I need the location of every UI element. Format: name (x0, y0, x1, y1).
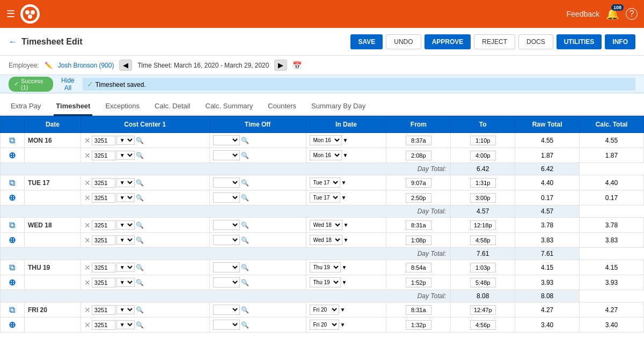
remove-row-icon[interactable]: ✕ (84, 263, 91, 272)
docs-button[interactable]: DOCS (518, 34, 553, 49)
in-date-select[interactable]: Tue 17 (310, 193, 340, 203)
cost-center-search-icon[interactable]: 🔍 (136, 137, 144, 144)
time-off-select[interactable] (213, 277, 240, 287)
cost-center-input[interactable] (92, 263, 115, 272)
cost-center-search-icon[interactable]: 🔍 (136, 152, 144, 159)
to-input[interactable] (470, 220, 496, 230)
help-icon[interactable]: ? (626, 8, 638, 20)
cost-center-search-icon[interactable]: 🔍 (136, 221, 144, 229)
time-off-select[interactable] (213, 320, 240, 330)
cost-center-search-icon[interactable]: 🔍 (136, 237, 144, 244)
time-off-select[interactable] (213, 193, 240, 203)
from-input[interactable] (406, 136, 431, 145)
cost-center-select[interactable]: ▼ (116, 136, 135, 145)
cost-center-select[interactable]: ▼ (116, 263, 135, 272)
time-off-search-icon[interactable]: 🔍 (241, 279, 249, 286)
cost-center-select[interactable]: ▼ (116, 151, 135, 160)
success-badge[interactable]: ✓ Success (1) (9, 77, 53, 92)
cost-center-search-icon[interactable]: 🔍 (136, 179, 144, 187)
cost-center-input[interactable] (92, 151, 115, 160)
cost-center-search-icon[interactable]: 🔍 (136, 321, 144, 329)
in-date-select[interactable]: Tue 17 (310, 178, 340, 188)
time-off-search-icon[interactable]: 🔍 (241, 137, 249, 144)
remove-row-icon[interactable]: ✕ (84, 194, 91, 202)
save-button[interactable]: SAVE (350, 34, 383, 49)
tab-exceptions[interactable]: Exceptions (103, 98, 142, 116)
from-input[interactable] (406, 235, 431, 245)
cost-center-select[interactable]: ▼ (116, 278, 135, 287)
add-row-icon[interactable]: ⊕ (9, 193, 16, 202)
tab-summary-by-day[interactable]: Summary By Day (309, 98, 368, 116)
cost-center-select[interactable]: ▼ (116, 320, 135, 329)
tab-timesheet[interactable]: Timesheet (54, 98, 92, 116)
cost-center-search-icon[interactable]: 🔍 (136, 306, 144, 314)
from-input[interactable] (406, 320, 431, 330)
cost-center-input[interactable] (92, 220, 115, 230)
time-off-search-icon[interactable]: 🔍 (241, 264, 249, 271)
time-off-select[interactable] (213, 235, 240, 245)
cost-center-search-icon[interactable]: 🔍 (136, 264, 144, 271)
from-input[interactable] (406, 263, 431, 272)
time-off-search-icon[interactable]: 🔍 (241, 152, 249, 159)
remove-row-icon[interactable]: ✕ (84, 151, 91, 160)
tab-calc-detail[interactable]: Calc. Detail (152, 98, 192, 116)
copy-icon[interactable]: ⧉ (9, 263, 15, 272)
in-date-select[interactable]: Wed 18 (310, 235, 342, 245)
copy-icon[interactable]: ⧉ (9, 178, 15, 187)
in-date-select[interactable]: Mon 16 (310, 135, 342, 145)
cost-center-input[interactable] (92, 305, 115, 315)
cost-center-input[interactable] (92, 235, 115, 245)
cost-center-input[interactable] (92, 178, 115, 188)
info-button[interactable]: INFO (605, 34, 635, 49)
from-input[interactable] (406, 193, 431, 203)
from-input[interactable] (406, 220, 431, 230)
add-row-icon[interactable]: ⊕ (9, 235, 16, 245)
time-off-select[interactable] (213, 220, 240, 230)
tab-extra-pay[interactable]: Extra Pay (9, 98, 43, 116)
cost-center-input[interactable] (92, 193, 115, 203)
remove-row-icon[interactable]: ✕ (84, 236, 91, 245)
time-off-select[interactable] (213, 305, 240, 315)
time-off-search-icon[interactable]: 🔍 (241, 194, 249, 202)
back-button[interactable]: ← (9, 37, 17, 47)
employee-name[interactable]: Josh Bronson (900) (58, 62, 114, 69)
cost-center-select[interactable]: ▼ (116, 178, 135, 187)
time-off-select[interactable] (213, 135, 240, 145)
remove-row-icon[interactable]: ✕ (84, 321, 91, 329)
cost-center-select[interactable]: ▼ (116, 220, 135, 230)
time-off-search-icon[interactable]: 🔍 (241, 179, 249, 187)
hide-all-button[interactable]: Hide All (58, 77, 78, 92)
remove-row-icon[interactable]: ✕ (84, 221, 91, 230)
feedback-button[interactable]: Feedback (567, 10, 599, 18)
copy-icon[interactable]: ⧉ (9, 220, 15, 230)
to-input[interactable] (470, 263, 496, 272)
cost-center-input[interactable] (92, 320, 115, 330)
to-input[interactable] (470, 278, 496, 287)
undo-button[interactable]: UNDO (386, 34, 421, 49)
time-off-search-icon[interactable]: 🔍 (241, 306, 249, 314)
add-row-icon[interactable]: ⊕ (9, 320, 16, 329)
cost-center-search-icon[interactable]: 🔍 (136, 279, 144, 286)
remove-row-icon[interactable]: ✕ (84, 306, 91, 314)
prev-timesheet-button[interactable]: ◀ (119, 60, 132, 71)
calendar-icon[interactable]: 📅 (292, 61, 302, 70)
hamburger-icon[interactable]: ☰ (6, 8, 15, 20)
from-input[interactable] (406, 305, 431, 315)
from-input[interactable] (406, 178, 431, 188)
cost-center-select[interactable]: ▼ (116, 235, 135, 245)
tab-counters[interactable]: Counters (266, 98, 298, 116)
edit-employee-icon[interactable]: ✏️ (45, 62, 53, 69)
approve-button[interactable]: APPROVE (425, 34, 471, 49)
add-row-icon[interactable]: ⊕ (9, 151, 16, 160)
from-input[interactable] (406, 278, 431, 287)
time-off-search-icon[interactable]: 🔍 (241, 221, 249, 229)
cost-center-search-icon[interactable]: 🔍 (136, 194, 144, 202)
copy-icon[interactable]: ⧉ (9, 305, 15, 314)
in-date-select[interactable]: Thu 19 (310, 277, 341, 287)
time-off-select[interactable] (213, 150, 240, 160)
in-date-select[interactable]: Fri 20 (310, 320, 339, 330)
cost-center-input[interactable] (92, 136, 115, 145)
time-off-select[interactable] (213, 178, 240, 188)
to-input[interactable] (470, 305, 496, 315)
time-off-search-icon[interactable]: 🔍 (241, 321, 249, 329)
